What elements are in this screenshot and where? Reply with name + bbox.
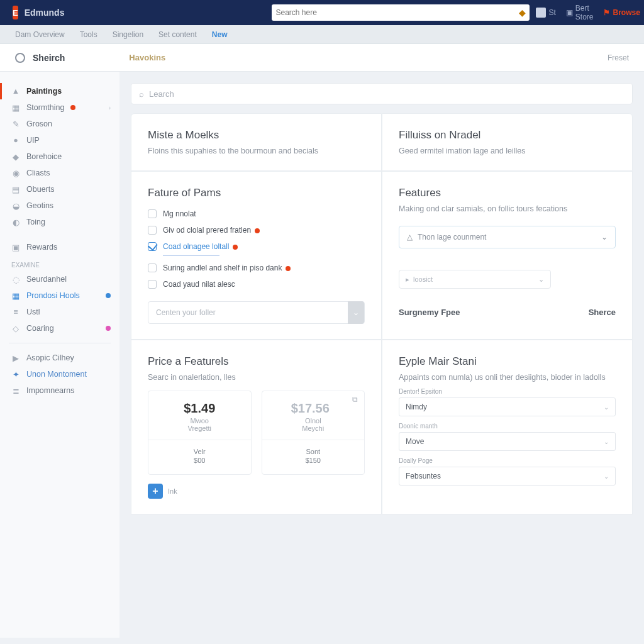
checkbox-icon[interactable] <box>148 209 157 218</box>
mini-select[interactable]: ▸ loosict ⌄ <box>399 270 551 289</box>
topbar: E Edmunds ◆ St ▣Bert Store ⚑Browse <box>0 0 644 25</box>
add-button[interactable]: + <box>148 484 163 499</box>
subnav-item-new[interactable]: New <box>212 30 228 39</box>
sidebar-item-obuerts[interactable]: ▤Obuerts <box>0 181 119 197</box>
logo-icon[interactable]: E <box>13 6 18 19</box>
sidebar-item-rewards[interactable]: ▣Rewards <box>0 239 119 255</box>
price-cards: $1.49 Mwoo Vregetti Velr $00 ⧉ $17.56 Ol… <box>148 391 365 475</box>
checkbox-icon[interactable] <box>148 264 157 272</box>
trash-icon: ◇ <box>11 324 20 333</box>
sidebar-item-seurdanhel[interactable]: ◌Seurdanhel <box>0 271 119 287</box>
chevron-down-icon[interactable]: ⌄ <box>604 473 609 480</box>
add-row: + Ink <box>148 484 365 499</box>
sidebar-item-ustl[interactable]: ≡Ustl <box>0 304 119 320</box>
search-icon: ⌕ <box>139 89 144 99</box>
topbar-user[interactable]: St <box>536 8 555 18</box>
sidebar-item-label: Cliasts <box>26 169 50 177</box>
sidebar-item-label: Paintings <box>26 87 62 96</box>
chevron-down-icon[interactable]: ⌄ <box>604 438 609 445</box>
badge-icon <box>106 326 111 331</box>
sidebar-item-paintings[interactable]: ▲Paintings <box>0 83 119 99</box>
search-icon[interactable]: ◆ <box>519 8 526 18</box>
content-search[interactable]: ⌕ Learch <box>131 83 633 104</box>
price-sub1: Velr <box>155 448 245 455</box>
copy-icon[interactable]: ⧉ <box>352 395 358 404</box>
divider <box>262 440 365 440</box>
subnav-item-set[interactable]: Set content <box>158 30 197 39</box>
sidebar: ▲Paintings ▦Stormthing› ✎Groson ●UIP ◆Bo… <box>0 72 119 638</box>
sidebar-item-cliasts[interactable]: ◉Cliasts <box>0 165 119 181</box>
radio-icon[interactable] <box>15 53 25 63</box>
card-subtitle: Making ond clar samials, on follic tours… <box>399 204 616 213</box>
page-tag[interactable]: Havokins <box>129 53 165 62</box>
subnav-item-overview[interactable]: Dam Overview <box>15 30 65 39</box>
topbar-store[interactable]: ▣Bert Store <box>566 4 594 21</box>
box-icon: ◆ <box>11 152 20 161</box>
feature-select[interactable]: △ Thon lage counment ⌄ <box>399 226 616 248</box>
global-search-input[interactable] <box>275 8 519 17</box>
form-select-1[interactable]: Nimdy⌄ <box>399 397 616 416</box>
sidebar-item-coaring[interactable]: ◇Coaring <box>0 320 119 336</box>
sidebar-item-stormthing[interactable]: ▦Stormthing› <box>0 99 119 116</box>
sidebar-item-borehoice[interactable]: ◆Borehoice <box>0 148 119 165</box>
form-select-2[interactable]: Move⌄ <box>399 432 616 451</box>
subnav-item-sing[interactable]: Singelion <box>113 30 143 39</box>
chevron-down-icon[interactable]: ⌄ <box>604 404 609 411</box>
checkbox-row[interactable]: Mg nnolat <box>148 209 365 218</box>
sidebar-item-label: Ustl <box>26 308 40 316</box>
chevron-down-icon[interactable]: ⌄ <box>348 301 364 324</box>
sidebar-item-label: Prondosi Hools <box>26 291 80 300</box>
sidebar-item-geotins[interactable]: ◒Geotins <box>0 197 119 214</box>
subnav-item-tools[interactable]: Tools <box>80 30 97 39</box>
checkbox-row[interactable]: Giv od clolal prered fratlen <box>148 226 365 235</box>
price-card[interactable]: $1.49 Mwoo Vregetti Velr $00 <box>148 391 252 475</box>
checkbox-icon[interactable] <box>148 242 157 251</box>
global-search[interactable]: ◆ <box>272 4 530 21</box>
checkbox-row[interactable]: Suring andlel and shelf in piso dank <box>148 264 365 272</box>
sidebar-item-uip[interactable]: ●UIP <box>0 132 119 148</box>
sidebar-item-label: Obuerts <box>26 185 54 194</box>
card-subtitle: Appaints com numla) us onli ther desiigh… <box>399 373 616 382</box>
checkbox-icon[interactable] <box>148 280 157 289</box>
badge-icon <box>106 293 111 298</box>
sidebar-item-impom[interactable]: ≣Impomnearns <box>0 382 119 399</box>
page-header: Sheirch Havokins Freset <box>0 44 644 72</box>
layout: ▲Paintings ▦Stormthing› ✎Groson ●UIP ◆Bo… <box>0 72 644 638</box>
card-fature: Fature of Pams Mg nnolat Giv od clolal p… <box>131 171 382 340</box>
select-placeholder: Centen your foller <box>156 308 216 317</box>
search-sm-icon: ◌ <box>11 275 20 284</box>
price-card[interactable]: ⧉ $17.56 Olnol Meychi Sont $150 <box>262 391 365 475</box>
checkbox-row[interactable]: Coad olnagee loltall <box>148 242 365 251</box>
sidebar-item-unon[interactable]: ✦Unon Montoment <box>0 366 119 382</box>
spark-icon: ✦ <box>11 370 20 379</box>
sidebar-item-prondosi[interactable]: ▦Prondosi Hools <box>0 287 119 304</box>
flag-sm-icon: ▸ <box>406 275 409 284</box>
topbar-right: St ▣Bert Store ⚑Browse <box>536 4 640 21</box>
globe-icon: ● <box>11 136 20 145</box>
sidebar-item-toing[interactable]: ◐Toing <box>0 214 119 230</box>
checkbox-row[interactable]: Coad yaud nilat alesc <box>148 280 365 289</box>
sidebar-item-groson[interactable]: ✎Groson <box>0 116 119 132</box>
layers-icon: ≡ <box>11 308 20 316</box>
folder-select[interactable]: Centen your foller ⌄ <box>148 301 365 324</box>
card-title: Filluiss on Nradel <box>399 129 616 142</box>
chevron-down-icon[interactable]: ⌄ <box>601 233 608 242</box>
doc-icon: ▤ <box>11 185 20 194</box>
subnav: Dam Overview Tools Singelion Set content… <box>0 25 644 44</box>
chevron-down-icon[interactable]: ⌄ <box>538 275 544 284</box>
page-end-link[interactable]: Freset <box>608 53 629 62</box>
price-value: $1.49 <box>155 401 245 416</box>
lock-icon: △ <box>407 233 413 242</box>
divider <box>9 343 111 343</box>
form-label: Doonic manth <box>399 423 616 430</box>
checkbox-icon[interactable] <box>148 226 157 235</box>
badge-icon <box>70 105 75 110</box>
topbar-browse[interactable]: ⚑Browse <box>603 8 640 17</box>
card-eyple: Eyple Mair Stani Appaints com numla) us … <box>382 340 633 514</box>
sidebar-item-label: Rewards <box>26 243 57 252</box>
price-sub1: Sont <box>269 448 358 455</box>
sidebar-item-asopic[interactable]: ▶Asopic Cilhey <box>0 350 119 366</box>
sidebar-item-label: UIP <box>26 136 40 145</box>
page-title: Sheirch <box>33 53 65 63</box>
form-select-3[interactable]: Febsuntes⌄ <box>399 467 616 486</box>
